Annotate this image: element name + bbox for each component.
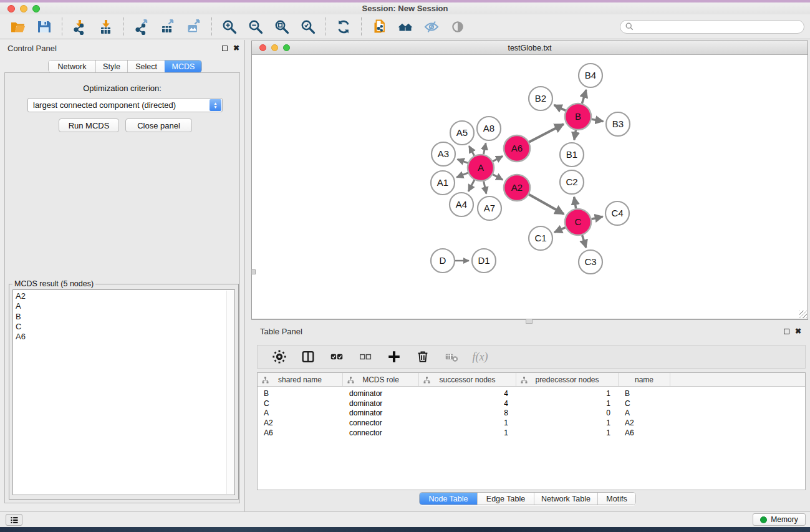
search-input[interactable]	[637, 22, 799, 32]
graph-node-C3[interactable]: C3	[579, 250, 602, 274]
node-table[interactable]: shared nameMCDS rolesuccessor nodesprede…	[257, 372, 806, 490]
table-cell[interactable]: dominator	[343, 409, 419, 417]
graph-edge-B-B2[interactable]	[554, 105, 566, 110]
table-row[interactable]: A2connector11A2	[258, 418, 805, 428]
table-cell[interactable]: 1	[419, 428, 516, 437]
save-session-icon[interactable]	[34, 17, 55, 36]
mcds-result-item[interactable]: A	[16, 301, 234, 311]
table-cell[interactable]: dominator	[343, 389, 419, 398]
tab-network-table[interactable]: Network Table	[534, 493, 597, 505]
graph-edge-A-A4[interactable]	[468, 180, 475, 191]
mcds-result-item[interactable]: B	[16, 312, 234, 322]
network-canvas-container[interactable]: B4B2BB3A8A5A6A3B1AA1C2A2A4A7C4CC1DD1C3	[252, 55, 808, 319]
table-cell[interactable]: 1	[419, 418, 516, 427]
tab-mcds[interactable]: MCDS	[165, 60, 201, 72]
graph-node-A[interactable]: A	[468, 155, 494, 181]
table-cell[interactable]: 1	[516, 428, 619, 437]
create-column-icon[interactable]	[383, 347, 405, 366]
graph-node-C4[interactable]: C4	[605, 201, 629, 225]
zoom-in-icon[interactable]	[219, 17, 240, 36]
graph-edge-A-A2[interactable]	[493, 175, 503, 180]
graph-edge-C-C1[interactable]	[554, 228, 566, 233]
mcds-result-item[interactable]: A6	[16, 332, 234, 342]
hide-panels-icon[interactable]	[421, 17, 442, 36]
table-row[interactable]: A6connector11A6	[258, 428, 805, 438]
graph-edge-A-A7[interactable]	[484, 181, 486, 194]
table-cell[interactable]: C	[619, 399, 670, 408]
float-panel-icon[interactable]	[222, 46, 228, 51]
result-list-scrollbar[interactable]	[226, 291, 234, 494]
table-cell[interactable]: 8	[419, 409, 516, 417]
minimize-window-button[interactable]	[20, 5, 27, 12]
graph-node-C2[interactable]: C2	[560, 170, 584, 194]
table-row[interactable]: Bdominator41B	[258, 389, 805, 399]
column-header-mcds-role[interactable]: MCDS role	[343, 373, 419, 386]
table-row[interactable]: Cdominator41C	[258, 399, 805, 409]
graph-node-B4[interactable]: B4	[579, 64, 602, 87]
table-cell[interactable]: connector	[343, 428, 419, 437]
table-cell[interactable]: 1	[516, 389, 619, 398]
table-cell[interactable]: A6	[619, 428, 670, 437]
zoom-selected-icon[interactable]	[297, 17, 319, 36]
graph-node-A7[interactable]: A7	[478, 196, 501, 220]
table-cell[interactable]: 4	[419, 399, 516, 408]
duplicate-network-icon[interactable]	[369, 17, 390, 36]
frame-resize-grip-corner[interactable]	[799, 311, 807, 318]
close-table-panel-icon[interactable]: ✖	[795, 328, 801, 334]
table-cell[interactable]: B	[258, 389, 343, 398]
minimize-network-window-button[interactable]	[271, 44, 278, 51]
graph-node-A1[interactable]: A1	[431, 171, 455, 195]
home-view-icon[interactable]	[395, 17, 416, 36]
tab-network[interactable]: Network	[49, 60, 95, 72]
window-titlebar[interactable]: Session: New Session	[0, 2, 810, 14]
graph-node-B2[interactable]: B2	[529, 87, 552, 110]
graph-node-D1[interactable]: D1	[472, 249, 496, 273]
mcds-result-item[interactable]: A2	[16, 291, 234, 301]
split-table-icon[interactable]	[297, 347, 319, 366]
column-header-predecessor-nodes[interactable]: predecessor nodes	[516, 373, 619, 386]
float-table-panel-icon[interactable]	[784, 329, 789, 334]
graph-node-B[interactable]: B	[565, 104, 591, 130]
graph-node-A5[interactable]: A5	[450, 121, 474, 145]
graph-edge-C-C4[interactable]	[592, 216, 603, 219]
import-table-icon[interactable]	[95, 17, 117, 36]
table-cell[interactable]: A	[258, 409, 343, 417]
settings-icon[interactable]	[269, 347, 290, 366]
graph-node-A8[interactable]: A8	[477, 117, 501, 140]
run-mcds-button[interactable]: Run MCDS	[59, 118, 119, 132]
graph-node-A2[interactable]: A2	[504, 175, 530, 201]
close-panel-button[interactable]: Close panel	[125, 118, 192, 132]
zoom-network-window-button[interactable]	[283, 44, 290, 51]
delete-columns-icon[interactable]	[412, 347, 433, 366]
export-network-icon[interactable]	[131, 17, 152, 36]
table-cell[interactable]: connector	[343, 418, 419, 427]
table-cell[interactable]: dominator	[343, 399, 419, 408]
tab-node-table[interactable]: Node Table	[420, 493, 477, 505]
close-window-button[interactable]	[7, 5, 15, 12]
table-row[interactable]: Adominator80A	[258, 409, 805, 418]
unselect-all-columns-icon[interactable]	[355, 347, 376, 366]
close-panel-icon[interactable]: ✖	[233, 45, 239, 51]
show-task-history-button[interactable]	[6, 514, 22, 526]
graph-node-A3[interactable]: A3	[432, 142, 455, 166]
tab-edge-table[interactable]: Edge Table	[477, 493, 534, 505]
tab-motifs[interactable]: Motifs	[597, 493, 635, 505]
table-cell[interactable]: B	[619, 389, 670, 398]
mcds-result-item[interactable]: C	[16, 322, 234, 332]
tab-select[interactable]: Select	[127, 60, 165, 72]
table-cell[interactable]: 1	[516, 418, 619, 427]
graph-edge-B-B1[interactable]	[574, 130, 576, 140]
column-header-name[interactable]: name	[619, 373, 670, 386]
table-cell[interactable]: 1	[516, 399, 619, 408]
frame-resize-grip-left[interactable]	[251, 269, 256, 274]
network-graph[interactable]: B4B2BB3A8A5A6A3B1AA1C2A2A4A7C4CC1DD1C3	[252, 55, 808, 319]
import-network-icon[interactable]	[69, 17, 90, 36]
graph-edge-A6-B[interactable]	[529, 124, 564, 142]
select-all-columns-icon[interactable]	[326, 347, 347, 366]
column-header-successor-nodes[interactable]: successor nodes	[419, 373, 516, 386]
graph-edge-C-C2[interactable]	[574, 197, 576, 209]
optimization-criterion-select[interactable]: largest connected component (directed) ▲…	[27, 98, 223, 112]
tab-style[interactable]: Style	[95, 60, 127, 72]
export-image-icon[interactable]	[183, 17, 205, 36]
graph-node-C1[interactable]: C1	[529, 226, 552, 250]
